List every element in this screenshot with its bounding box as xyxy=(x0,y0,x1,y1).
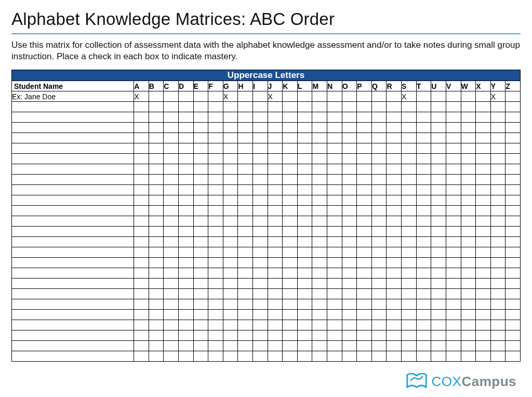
table-row xyxy=(12,330,521,341)
mark-cell xyxy=(446,133,461,143)
mark-cell xyxy=(357,320,372,330)
mark-cell xyxy=(490,195,506,206)
mark-cell xyxy=(506,310,521,320)
mark-cell xyxy=(312,195,327,206)
mark-cell xyxy=(208,164,223,175)
mark-cell xyxy=(208,91,223,102)
mark-cell xyxy=(490,102,506,112)
mark-cell xyxy=(371,289,387,299)
mark-cell xyxy=(506,227,521,237)
mark-cell xyxy=(461,330,476,341)
mark-cell xyxy=(327,258,342,268)
mark-cell xyxy=(149,112,164,123)
mark-cell xyxy=(238,102,253,112)
mark-cell xyxy=(253,237,268,247)
mark-cell xyxy=(387,341,402,351)
mark-cell xyxy=(164,112,179,123)
mark-cell xyxy=(193,237,208,247)
mark-cell xyxy=(297,112,312,123)
mark-cell xyxy=(178,289,193,299)
mark-cell xyxy=(208,237,223,247)
student-name-cell xyxy=(12,258,134,268)
mark-cell xyxy=(506,206,521,216)
mark-cell xyxy=(476,320,491,330)
mark-cell xyxy=(327,143,342,154)
mark-cell xyxy=(312,289,327,299)
mark-cell xyxy=(431,299,446,310)
mark-cell xyxy=(446,91,461,102)
mark-cell xyxy=(416,91,431,102)
column-header-letter: N xyxy=(327,81,342,91)
mark-cell xyxy=(268,133,283,143)
mark-cell xyxy=(327,206,342,216)
mark-cell xyxy=(387,289,402,299)
mark-cell xyxy=(297,320,312,330)
mark-cell xyxy=(476,102,491,112)
mark-cell xyxy=(193,91,208,102)
mark-cell xyxy=(283,299,298,310)
mark-cell xyxy=(476,237,491,247)
mark-cell xyxy=(253,258,268,268)
matrix-table: Uppercase Letters Student Name ABCDEFGHI… xyxy=(11,70,521,362)
mark-cell xyxy=(490,351,506,362)
mark-cell xyxy=(312,237,327,247)
student-name-cell xyxy=(12,133,134,143)
mark-cell xyxy=(490,216,506,227)
mark-cell xyxy=(490,164,506,175)
mark-cell xyxy=(506,289,521,299)
mark-cell xyxy=(506,299,521,310)
mark-cell xyxy=(431,91,446,102)
instructions-text: Use this matrix for collection of assess… xyxy=(11,39,521,62)
mark-cell xyxy=(164,330,179,341)
column-header-letter: Y xyxy=(490,81,506,91)
table-row xyxy=(12,206,521,216)
mark-cell xyxy=(387,185,402,195)
mark-cell xyxy=(164,195,179,206)
mark-cell xyxy=(416,289,431,299)
mark-cell xyxy=(357,330,372,341)
mark-cell xyxy=(283,185,298,195)
mark-cell xyxy=(283,195,298,206)
mark-cell xyxy=(208,330,223,341)
mark-cell xyxy=(297,102,312,112)
mark-cell xyxy=(357,268,372,279)
mark-cell xyxy=(357,143,372,154)
mark-cell xyxy=(178,320,193,330)
mark-cell xyxy=(327,299,342,310)
mark-cell: X xyxy=(134,91,149,102)
mark-cell xyxy=(134,154,149,164)
mark-cell xyxy=(357,175,372,185)
student-name-cell xyxy=(12,310,134,320)
mark-cell xyxy=(164,237,179,247)
mark-cell xyxy=(327,279,342,289)
mark-cell xyxy=(149,216,164,227)
mark-cell xyxy=(312,330,327,341)
mark-cell xyxy=(461,164,476,175)
mark-cell xyxy=(461,247,476,258)
table-row xyxy=(12,279,521,289)
mark-cell xyxy=(416,341,431,351)
mark-cell xyxy=(416,227,431,237)
mark-cell xyxy=(476,143,491,154)
mark-cell xyxy=(193,206,208,216)
student-name-cell xyxy=(12,341,134,351)
mark-cell xyxy=(342,299,357,310)
mark-cell xyxy=(371,143,387,154)
mark-cell xyxy=(149,195,164,206)
student-name-cell xyxy=(12,143,134,154)
mark-cell xyxy=(193,310,208,320)
mark-cell xyxy=(149,258,164,268)
mark-cell xyxy=(223,310,238,320)
mark-cell xyxy=(476,112,491,123)
mark-cell xyxy=(342,227,357,237)
brand-logo: COXCampus xyxy=(406,373,516,390)
mark-cell xyxy=(178,164,193,175)
mark-cell xyxy=(134,102,149,112)
mark-cell xyxy=(371,320,387,330)
mark-cell xyxy=(490,154,506,164)
mark-cell xyxy=(446,154,461,164)
mark-cell xyxy=(297,351,312,362)
mark-cell xyxy=(402,154,417,164)
mark-cell xyxy=(416,185,431,195)
mark-cell xyxy=(297,91,312,102)
